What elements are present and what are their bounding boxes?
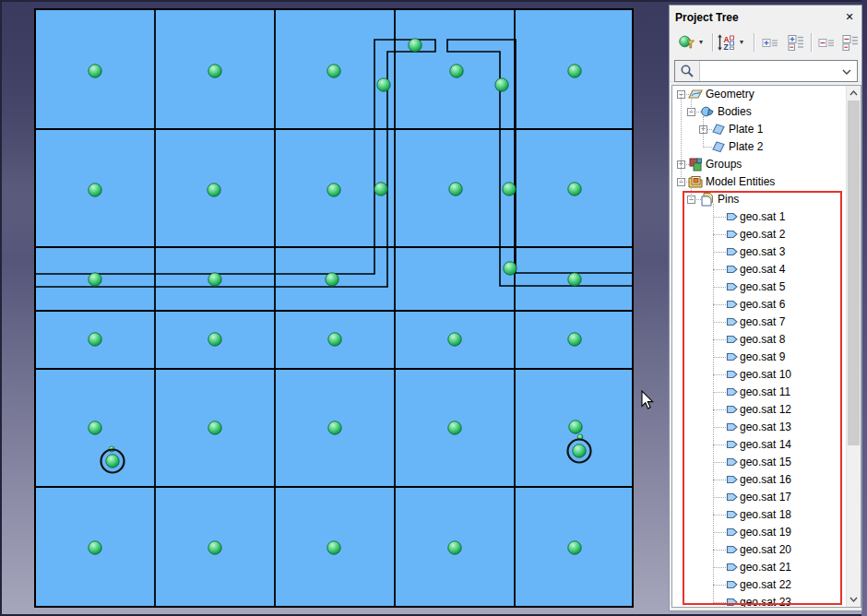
tree-item-label[interactable]: geo.sat 1 (740, 210, 785, 223)
tree-item-model-entities[interactable]: −Model Entities (672, 173, 848, 191)
pin-sphere[interactable] (89, 65, 101, 77)
pin-sphere[interactable] (89, 421, 101, 434)
tree-item-geo-sat-20[interactable]: geo.sat 20 (672, 541, 848, 559)
tree-item-geo-sat-15[interactable]: geo.sat 15 (672, 454, 848, 471)
tree-item-geo-sat-10[interactable]: geo.sat 10 (672, 366, 848, 384)
tree-scrollbar[interactable] (846, 86, 861, 607)
filter-dropdown-caret[interactable]: ▾ (699, 39, 707, 46)
tree-item-label[interactable]: Plate 2 (729, 140, 763, 153)
tree-item-geo-sat-6[interactable]: geo.sat 6 (672, 296, 848, 314)
pin-sphere[interactable] (568, 541, 581, 554)
sort-alphabetical-button[interactable]: A Z (717, 33, 735, 52)
tree-item-geo-sat-13[interactable]: geo.sat 13 (672, 419, 848, 436)
pin-sphere[interactable] (568, 333, 581, 346)
pin-sphere[interactable] (568, 65, 581, 77)
tree-item-label[interactable]: geo.sat 17 (740, 491, 791, 503)
pin-sphere[interactable] (89, 333, 101, 346)
pin-sphere[interactable] (568, 273, 581, 286)
collapse-one-level-button[interactable] (817, 33, 836, 52)
tree-item-plate-1[interactable]: +Plate 1 (672, 121, 848, 138)
tree-item-label[interactable]: geo.sat 18 (740, 508, 791, 521)
search-input[interactable] (700, 61, 837, 81)
pin-sphere[interactable] (89, 184, 101, 196)
pin-sphere[interactable] (327, 65, 340, 77)
pin-sphere[interactable] (495, 78, 508, 91)
scrollbar-thumb[interactable] (848, 101, 860, 445)
scroll-up-icon[interactable] (847, 86, 861, 101)
tree-item-label[interactable]: geo.sat 3 (740, 245, 785, 258)
tree-item-geo-sat-17[interactable]: geo.sat 17 (672, 489, 848, 506)
pin-sphere[interactable] (568, 183, 581, 195)
tree-item-geo-sat-5[interactable]: geo.sat 5 (672, 278, 848, 296)
tree-item-label[interactable]: geo.sat 16 (740, 473, 791, 486)
pin-sphere[interactable] (449, 183, 462, 195)
3d-viewport[interactable] (0, 0, 668, 616)
collapse-all-button[interactable] (841, 33, 860, 52)
tree-item-bodies[interactable]: −Bodies (672, 103, 848, 121)
tree-item-label[interactable]: geo.sat 8 (740, 333, 785, 346)
pin-sphere[interactable] (89, 273, 101, 286)
tree-item-groups[interactable]: +Groups (672, 156, 848, 173)
search-icon[interactable] (675, 61, 700, 81)
tree-item-label[interactable]: geo.sat 7 (740, 315, 785, 328)
tree-item-label[interactable]: geo.sat 20 (740, 543, 791, 556)
tree-item-label[interactable]: geo.sat 14 (740, 438, 791, 451)
tree-item-label[interactable]: geo.sat 6 (740, 298, 785, 311)
expand-one-level-button[interactable] (761, 33, 779, 52)
pin-sphere[interactable] (448, 333, 461, 346)
plate-surface[interactable] (35, 9, 633, 607)
scroll-down-icon[interactable] (847, 592, 861, 607)
tree-item-label[interactable]: geo.sat 9 (740, 350, 785, 363)
tree-item-geo-sat-18[interactable]: geo.sat 18 (672, 506, 848, 524)
tree-item-geo-sat-11[interactable]: geo.sat 11 (672, 384, 848, 401)
tree-item-label[interactable]: geo.sat 10 (740, 368, 791, 381)
tree-item-label[interactable]: Groups (706, 158, 742, 171)
pin-sphere[interactable] (327, 184, 340, 196)
tree-item-pins[interactable]: −Pins (672, 191, 848, 208)
tree-item-geo-sat-14[interactable]: geo.sat 14 (672, 436, 848, 454)
tree-item-label[interactable]: geo.sat 23 (740, 596, 791, 608)
pin-sphere[interactable] (450, 65, 463, 77)
pin-sphere[interactable] (504, 262, 517, 275)
tree-item-label[interactable]: Model Entities (706, 175, 775, 188)
search-dropdown-caret[interactable] (841, 66, 854, 77)
pin-sphere[interactable] (208, 184, 220, 196)
search-combobox[interactable] (674, 60, 858, 82)
tree-item-label[interactable]: geo.sat 4 (740, 263, 785, 276)
pin-sphere[interactable] (208, 65, 221, 77)
tree-item-label[interactable]: geo.sat 21 (740, 561, 791, 574)
tree-item-label[interactable]: geo.sat 22 (740, 578, 791, 591)
tree-item-geo-sat-9[interactable]: geo.sat 9 (672, 349, 848, 366)
tree-item-geo-sat-23[interactable]: geo.sat 23 (672, 594, 848, 608)
tree-item-geo-sat-19[interactable]: geo.sat 19 (672, 524, 848, 541)
tree-item-geometry[interactable]: −Geometry (672, 86, 848, 103)
tree-item-label[interactable]: geo.sat 2 (740, 228, 785, 241)
pin-sphere[interactable] (208, 273, 221, 286)
pin-sphere[interactable] (208, 333, 221, 346)
pin-sphere[interactable] (448, 421, 461, 434)
tree-item-label[interactable]: Plate 1 (729, 123, 763, 136)
tree-item-geo-sat-22[interactable]: geo.sat 22 (672, 576, 848, 594)
tree-item-geo-sat-16[interactable]: geo.sat 16 (672, 471, 848, 489)
pin-sphere[interactable] (377, 78, 390, 91)
tree-item-label[interactable]: geo.sat 15 (740, 456, 791, 468)
pin-sphere[interactable] (208, 541, 221, 554)
pin-sphere[interactable] (328, 333, 341, 346)
pin-sphere[interactable] (208, 421, 221, 434)
tree-item-geo-sat-21[interactable]: geo.sat 21 (672, 559, 848, 576)
tree-item-geo-sat-1[interactable]: geo.sat 1 (672, 208, 848, 226)
pin-sphere[interactable] (374, 183, 387, 195)
tree-item-geo-sat-4[interactable]: geo.sat 4 (672, 261, 848, 278)
tree-item-label[interactable]: geo.sat 19 (740, 526, 791, 539)
tree-item-geo-sat-12[interactable]: geo.sat 12 (672, 401, 848, 419)
filter-entities-button[interactable] (678, 33, 696, 52)
pin-sphere[interactable] (327, 541, 340, 554)
pin-sphere[interactable] (106, 455, 119, 468)
close-icon[interactable]: ✕ (842, 9, 857, 24)
pin-sphere[interactable] (448, 541, 461, 554)
pin-sphere[interactable] (569, 421, 582, 433)
pin-sphere[interactable] (409, 39, 422, 52)
pin-sphere[interactable] (573, 444, 586, 457)
tree-item-geo-sat-2[interactable]: geo.sat 2 (672, 226, 848, 243)
tree-item-label[interactable]: geo.sat 13 (740, 421, 791, 433)
